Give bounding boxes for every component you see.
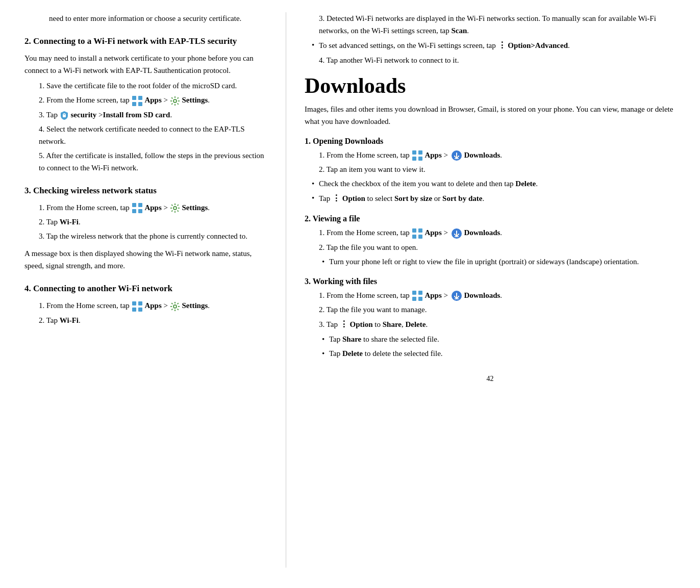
step-number: 3. Tap — [39, 111, 60, 119]
section3-heading: 3. Checking wireless network status — [24, 185, 267, 196]
section4-step1: 1. From the Home screen, tap Apps > Sett… — [24, 299, 267, 312]
option-dots-icon-3: ⋮ — [340, 320, 348, 328]
downloads-heading: Downloads — [305, 73, 676, 98]
view-step2: 2. Tap the file you want to open. — [305, 241, 676, 253]
step1-text: Save the certificate file to the root fo… — [46, 82, 237, 90]
section3-step3: 3. Tap the wireless network that the pho… — [24, 230, 267, 242]
step-number: 1. From the Home screen, tap — [39, 203, 132, 212]
svg-rect-23 — [412, 228, 416, 233]
step-number: 1. From the Home screen, tap — [39, 301, 132, 310]
work-bullet2: Tap Delete to delete the selected file. — [305, 347, 676, 360]
apps-icon-5 — [412, 228, 423, 239]
settings-icon-2 — [170, 203, 180, 213]
section2-heading: 2. Connecting to a Wi-Fi network with EA… — [24, 36, 267, 47]
svg-rect-26 — [418, 235, 422, 239]
svg-rect-32 — [418, 297, 422, 301]
svg-rect-18 — [418, 150, 422, 155]
svg-rect-7 — [132, 203, 136, 207]
security-icon — [60, 111, 69, 120]
work-step1: 1. From the Home screen, tap Apps > Down… — [305, 289, 676, 302]
svg-rect-17 — [412, 150, 416, 155]
svg-rect-15 — [138, 308, 142, 312]
page-container: need to enter more information or choose… — [0, 0, 700, 588]
open-bullet1: Check the checkbox of the item you want … — [305, 177, 676, 190]
svg-rect-24 — [418, 228, 422, 233]
svg-point-4 — [173, 99, 177, 103]
work-step2: 2. Tap the file you want to manage. — [305, 303, 676, 316]
section2-step3: 3. Tap security >Install from SD card. — [24, 109, 267, 121]
svg-rect-19 — [412, 157, 416, 161]
section2-intro: You may need to install a network certif… — [24, 52, 267, 76]
svg-rect-1 — [138, 96, 142, 100]
svg-rect-12 — [132, 301, 136, 305]
svg-rect-2 — [132, 102, 136, 106]
right-bullet1: To set advanced settings, on the Wi-Fi s… — [305, 39, 676, 52]
downloads-icon-3 — [451, 290, 462, 301]
viewing-heading: 2. Viewing a file — [305, 214, 676, 223]
step4-text: Select the network certificate needed to… — [39, 125, 245, 145]
apps-label-2: Apps > — [144, 203, 169, 212]
settings-label: Settings. — [182, 96, 210, 104]
apps-icon — [132, 95, 143, 107]
option-dots-icon: ⋮ — [498, 41, 506, 49]
svg-rect-29 — [412, 291, 416, 295]
section3-step1: 1. From the Home screen, tap Apps > Sett… — [24, 201, 267, 214]
svg-rect-13 — [138, 301, 142, 305]
view-step1: 1. From the Home screen, tap Apps > Down… — [305, 226, 676, 239]
option-dots-icon-2: ⋮ — [332, 194, 340, 202]
working-heading: 3. Working with files — [305, 277, 676, 286]
right-column: 3. Detected Wi-Fi networks are displayed… — [286, 12, 700, 568]
downloads-intro: Images, files and other items you downlo… — [305, 103, 676, 127]
svg-rect-14 — [132, 308, 136, 312]
apps-label-3: Apps > — [144, 301, 169, 310]
apps-icon-4 — [412, 150, 423, 161]
svg-point-11 — [173, 207, 177, 210]
settings-label-3: Settings. — [182, 301, 210, 310]
svg-point-16 — [173, 305, 177, 308]
apps-icon-3 — [132, 301, 143, 312]
settings-icon — [170, 96, 180, 106]
section3-step2: 2. Tap Wi-Fi. — [24, 216, 267, 228]
open-bullet2: Tap ⋮ Option to select Sort by size or S… — [305, 192, 676, 205]
svg-rect-8 — [138, 203, 142, 207]
svg-rect-9 — [132, 209, 136, 213]
open-downloads-heading: 1. Opening Downloads — [305, 137, 676, 146]
step-number: 5. — [39, 151, 46, 160]
step-number: 2. From the Home screen, tap — [39, 96, 132, 104]
page-number: 42 — [305, 375, 676, 383]
svg-rect-3 — [138, 102, 142, 106]
downloads-icon-2 — [451, 228, 462, 239]
svg-rect-31 — [412, 297, 416, 301]
left-column: need to enter more information or choose… — [0, 12, 286, 568]
section4-step2: 2. Tap Wi-Fi. — [24, 314, 267, 326]
svg-rect-30 — [418, 291, 422, 295]
right-step3: 3. Detected Wi-Fi networks are displayed… — [305, 12, 676, 37]
settings-icon-3 — [170, 301, 180, 312]
apps-icon-2 — [132, 202, 143, 214]
downloads-icon — [451, 150, 462, 161]
svg-rect-25 — [412, 235, 416, 239]
step-number: 4. — [39, 125, 46, 133]
svg-rect-10 — [138, 209, 142, 213]
right-step4: 4. Tap another Wi-Fi network to connect … — [305, 54, 676, 66]
section2-step2: 2. From the Home screen, tap Apps > Sett… — [24, 94, 267, 107]
apps-icon-6 — [412, 290, 423, 301]
step-number: 1. — [39, 82, 46, 90]
section2-step4: 4. Select the network certificate needed… — [24, 123, 267, 147]
section3-note: A message box is then displayed showing … — [24, 247, 267, 272]
open-step2: 2. Tap an item you want to view it. — [305, 163, 676, 175]
view-bullet1: Turn your phone left or right to view th… — [305, 255, 676, 268]
intro-text: need to enter more information or choose… — [24, 12, 267, 24]
step5-text: After the certificate is installed, foll… — [39, 151, 264, 172]
open-step1: 1. From the Home screen, tap Apps > Down… — [305, 149, 676, 162]
settings-label-2: Settings. — [182, 203, 210, 212]
section2-step5: 5. After the certificate is installed, f… — [24, 149, 267, 174]
svg-rect-20 — [418, 157, 422, 161]
security-step: security >Install from SD card. — [71, 111, 172, 119]
work-step3: 3. Tap ⋮ Option to Share, Delete. — [305, 318, 676, 331]
section2-step1: 1. Save the certificate file to the root… — [24, 80, 267, 92]
apps-label: Apps > — [144, 96, 169, 104]
work-bullet1: Tap Share to share the selected file. — [305, 333, 676, 345]
section4-heading: 4. Connecting to another Wi-Fi network — [24, 283, 267, 294]
svg-rect-0 — [132, 96, 136, 100]
